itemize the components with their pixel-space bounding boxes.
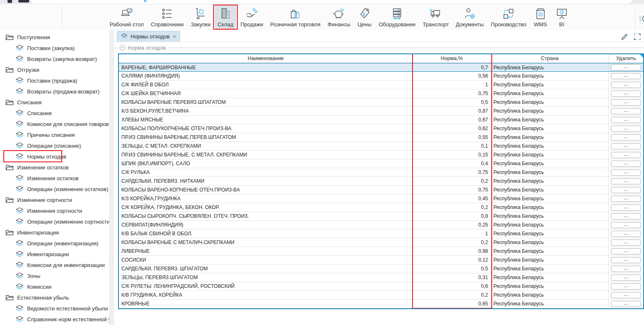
table-row[interactable]: САРДЕЛЬКИ, ПЕРЕВЯЗ. ШПАГАТОМ 0,5 Республ… <box>119 265 643 273</box>
delete-row-button[interactable]: — <box>611 275 641 281</box>
column-header-name[interactable]: Наименование <box>119 54 413 63</box>
toolbar-item-equipment[interactable]: Оборудование <box>376 5 418 29</box>
delete-row-button[interactable]: — <box>611 152 641 158</box>
table-row[interactable]: ХЛЕБЫ МЯСНЫЕ 0,67 Республика Беларусь — <box>119 116 643 124</box>
delete-row-button[interactable]: — <box>611 292 641 298</box>
sidebar-item[interactable]: Списания <box>0 97 109 108</box>
sidebar-splitter[interactable] <box>109 30 114 325</box>
toolbar-item-references[interactable]: Справочники <box>148 5 187 29</box>
edit-pencil-icon[interactable] <box>621 33 628 42</box>
table-row[interactable]: ПР.ИЗ СВИНИНЫ ВАРЕНЫЕ, С МЕТАЛ. СКРЕПКАМ… <box>119 151 643 159</box>
delete-row-button[interactable]: — <box>611 134 641 141</box>
sidebar-item[interactable]: Возвраты (закупка-возврат) <box>0 53 109 64</box>
table-row[interactable]: С/К ФИЛЕЙ В ОБОЛ 1 Республика Беларусь — <box>119 81 643 89</box>
sidebar-item[interactable]: Изменения сортности <box>0 205 109 216</box>
toolbar-item-wms[interactable]: WMS <box>531 5 551 29</box>
table-row[interactable]: С/К ШЕЙКА ВЕТЧИННАЯ 0,75 Республика Бела… <box>119 89 643 98</box>
delete-row-button[interactable]: — <box>611 169 641 176</box>
delete-row-button[interactable]: — <box>611 187 641 193</box>
delete-row-button[interactable]: — <box>611 64 641 71</box>
fullscreen-expand-icon[interactable] <box>634 33 641 42</box>
table-row[interactable]: С/К КОРЕЙКА, ГРУДИНКА, БЕКОН. ОКОР. 0,2 … <box>119 203 643 212</box>
sidebar-item[interactable]: Инвентаризация <box>0 227 109 238</box>
table-row[interactable]: ПР.ИЗ СВИНИНЫ ВАРЕНЫЕ,ПЕРЕВ.ШПАГАТОМ 0,5… <box>119 133 643 142</box>
table-row[interactable]: КОЛБАСЫ ВАРЕНО-КОПЧЕНЫЕ ОТЕЧ.ПРОИЗ-ВА 0,… <box>119 186 643 194</box>
table-row[interactable]: САЛЯМИ (ФИНЛЯНДИЯ) 0,56 Республика Белар… <box>119 72 643 81</box>
toolbar-item-desktop[interactable]: Рабочий стол <box>107 5 147 29</box>
table-row[interactable]: САРДЕЛЬКИ, ПЕРЕВЯЗ. НИТКАМИ 0,2 Республи… <box>119 177 643 186</box>
delete-row-button[interactable]: — <box>611 204 641 211</box>
table-row[interactable]: КРОВЯНЫЕ 0,65 Республика Беларусь — <box>119 300 643 308</box>
sidebar-item[interactable]: Инвентаризации <box>0 249 109 259</box>
delete-row-button[interactable]: — <box>611 257 641 263</box>
table-row[interactable]: КОЛБАСЫ ПОЛУКОПЧЕНЫЕ ОТЕЧ.ПРОИЗ-ВА 0,62 … <box>119 124 643 133</box>
sidebar-item[interactable]: Естественная убыль <box>0 292 109 303</box>
sidebar-item[interactable]: Причины списания <box>0 129 109 140</box>
sidebar-item[interactable]: Комиссии для списания товаров <box>0 118 109 129</box>
delete-row-button[interactable]: — <box>611 301 641 307</box>
delete-row-button[interactable]: — <box>611 213 641 219</box>
sidebar-item[interactable]: Справочник норм естественной убыли <box>0 314 109 325</box>
table-row[interactable]: КОЛБАСЫ ВАРЕНЫЕ ПЕРЕВЯЗ.ШПАГАТОМ 0,5 Рес… <box>119 98 643 107</box>
table-row[interactable]: ЛИВЕРНЫЕ 0,98 Республика Беларусь — <box>119 247 643 256</box>
delete-row-button[interactable]: — <box>611 73 641 79</box>
toolbar-item-transport[interactable]: Транспорт <box>420 5 452 29</box>
sidebar-item[interactable]: Отгрузки <box>0 64 109 75</box>
sidebar-item[interactable]: Зоны <box>0 270 109 281</box>
collapse-icon[interactable] <box>120 45 125 50</box>
column-header-country[interactable]: Страна <box>491 54 609 63</box>
delete-row-button[interactable]: — <box>611 222 641 228</box>
sidebar-item[interactable]: Операции (инвентаризация) <box>0 238 109 249</box>
delete-row-button[interactable]: — <box>611 126 641 132</box>
delete-row-button[interactable]: — <box>611 161 641 167</box>
sidebar-item[interactable]: Возвраты (продажа-возврат) <box>0 86 109 97</box>
delete-row-button[interactable]: — <box>611 283 641 290</box>
delete-row-button[interactable]: — <box>611 178 641 184</box>
table-row[interactable]: К/З БЕКОН,РУЛЕТ,ВЕТЧИНА 0,87 Республика … <box>119 107 643 116</box>
table-row[interactable]: С/К РУЛЕТЫ: ЛЕНИНГРАДСКИЙ, РОСТОВСКИЙ 0,… <box>119 282 643 291</box>
tab-close-icon[interactable]: × <box>173 33 176 40</box>
column-header-norm[interactable]: Норма,% <box>413 54 491 63</box>
sidebar-item[interactable]: Поступления <box>0 32 109 43</box>
sidebar-item[interactable]: Операции (изменение остатков) <box>0 184 109 194</box>
delete-row-button[interactable]: — <box>611 108 641 114</box>
table-row[interactable]: КОЛБАСЫ ВАРЕНЫЕ С МЕТАЛИЧ.СКРЕПКАМИ 0,2 … <box>119 238 643 247</box>
table-row[interactable]: ЗЕЛЬЦЫ, ПЕРЕВЯЗ.ШПАГАТОМ 0,31 Республика… <box>119 273 643 282</box>
toolbar-item-purchases[interactable]: Закупки <box>188 5 213 29</box>
sidebar-item[interactable]: Операции (списание) <box>0 140 109 151</box>
toolbar-item-warehouse[interactable]: Склад <box>215 5 236 29</box>
table-row[interactable]: К/З КОРЕЙКА,ГРУДИНКА 0,45 Республика Бел… <box>119 194 643 203</box>
column-header-delete[interactable]: Удалить <box>609 54 643 63</box>
table-row[interactable]: СЕРВИЛАТ(ФИНЛЯНДИЯ) 0,25 Республика Бела… <box>119 221 643 229</box>
sidebar-item[interactable]: Изменение остатков <box>0 162 109 173</box>
table-row[interactable]: К/В ГРУДИНКА, КОРЕЙКА 0,2 Республика Бел… <box>119 291 643 300</box>
table-row[interactable]: С/К РУЛЬКА 0,75 Республика Беларусь — <box>119 168 643 177</box>
sidebar-item[interactable]: Комиссии <box>0 281 109 292</box>
delete-row-button[interactable]: — <box>611 231 641 237</box>
sidebar-item[interactable]: Поставки (продажа) <box>0 75 109 86</box>
table-row[interactable]: КОЛБАСЫ СЫРОКОПЧ. СЫРОВЯЛЕН. ОТЕЧ. ПРОИЗ… <box>119 212 643 221</box>
table-row[interactable]: К/В БАЛЫК СВИНОЙ В ОБОЛ. 1 Республика Бе… <box>119 229 643 238</box>
delete-row-button[interactable]: — <box>611 266 641 272</box>
delete-row-button[interactable]: — <box>611 143 641 149</box>
delete-row-button[interactable]: — <box>611 196 641 202</box>
toolbar-item-retail[interactable]: Розничная торговля <box>267 5 324 29</box>
toolbar-edge-button[interactable] <box>639 13 644 25</box>
toolbar-item-bi[interactable]: BI <box>552 5 572 29</box>
delete-row-button[interactable]: — <box>611 99 641 106</box>
delete-row-button[interactable]: — <box>611 239 641 246</box>
delete-row-button[interactable]: — <box>611 91 641 97</box>
sidebar-item[interactable]: Ведомости естественной убыли <box>0 303 109 314</box>
sidebar-item[interactable]: Списания <box>0 108 109 118</box>
tab-waste-norms[interactable]: Нормы отходов × <box>117 31 180 42</box>
toolbar-item-finance[interactable]: Финансы <box>325 5 353 29</box>
sidebar-item[interactable]: Изменение сортности <box>0 194 109 205</box>
toolbar-item-prices[interactable]: $ Цены <box>355 5 375 29</box>
delete-row-button[interactable]: — <box>611 248 641 254</box>
sidebar-item[interactable]: Нормы отходов <box>0 151 109 162</box>
toolbar-item-documents[interactable]: Документы <box>453 5 487 29</box>
table-row[interactable]: ШПИК (ВКЛ.ИМПОРТ), САЛО 0,4 Республика Б… <box>119 159 643 168</box>
toolbar-item-sales[interactable]: Продажи <box>237 5 266 29</box>
delete-row-button[interactable]: — <box>611 82 641 88</box>
table-row[interactable]: ЗЕЛЬЦЫ, С МЕТАЛ. СКРЕПКАМИ 0,1 Республик… <box>119 142 643 151</box>
